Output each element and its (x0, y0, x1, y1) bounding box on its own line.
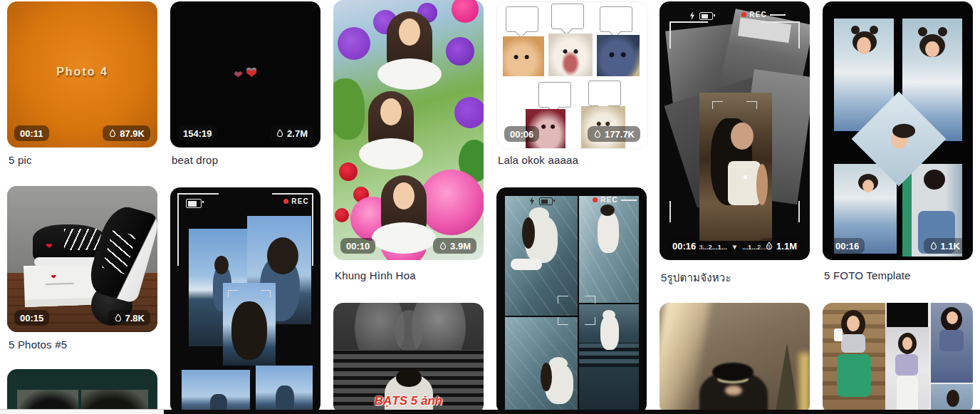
duration-badge: 00:11 (14, 125, 49, 141)
template-title[interactable]: 5รูปตามจังหวะ (661, 269, 814, 286)
template-card-5-pic[interactable]: Photo 4 00:11 87.9K (7, 1, 157, 148)
template-card-blurry-hat[interactable] (660, 303, 810, 414)
speech-bubble (600, 6, 632, 32)
girl-hair (924, 170, 945, 190)
black-strip (887, 303, 928, 327)
template-card-partial-green[interactable] (7, 369, 157, 410)
cat-photo (597, 35, 640, 76)
person-head (396, 368, 422, 387)
photo-thumb (17, 390, 78, 410)
template-title[interactable]: Lala okok aaaaa (498, 154, 651, 166)
usage-badge: 2.7M (270, 125, 313, 141)
rec-dot-icon (283, 199, 288, 204)
template-gallery: Photo 4 00:11 87.9K 5 pic ❤ ❤ 00:15 7.8K… (0, 0, 980, 414)
white-skirt (897, 376, 918, 414)
focus-bracket-icon (585, 317, 595, 325)
flame-icon (114, 314, 123, 322)
red-rose (335, 208, 349, 222)
coffee-cup (834, 328, 843, 341)
green-foliage (333, 78, 365, 140)
girl-face (925, 41, 939, 57)
viewfinder-corner-icon (669, 21, 708, 48)
battery-fill (188, 201, 197, 207)
template-card-khung-hinh-hoa[interactable]: 00:10 3.9M (333, 0, 484, 260)
hair-bun (938, 27, 947, 36)
template-card-beat-drop[interactable]: ❤ ❤ 154:19 2.7M (170, 1, 320, 148)
light-flare (799, 353, 810, 414)
duration-badge: 00:06 (504, 126, 539, 142)
usage-badge: 7.8K (108, 310, 150, 326)
speech-bubble (551, 4, 584, 29)
building-photo (505, 317, 578, 414)
template-card-5-photo-beat[interactable]: REC 3...2...1... ▼ ...1...2...3 00:16 1.… (660, 1, 810, 260)
template-card-building-rec[interactable]: REC (496, 187, 647, 414)
battery-icon (539, 197, 553, 205)
template-title[interactable]: 5 pic (9, 154, 162, 166)
rec-label: REC (600, 196, 618, 204)
heart-logo-icon: ❤ (51, 274, 56, 281)
template-card-lala-okok[interactable]: 00:06 177.7K (496, 1, 648, 149)
usage-count: 177.7K (605, 129, 635, 140)
flash-icon (689, 11, 695, 20)
speech-bubble (538, 82, 571, 108)
duration-badge: 154:19 (177, 125, 217, 141)
bottom-dark-bar (164, 410, 980, 414)
girl-hair (947, 390, 959, 407)
duration-text: 00:16 (672, 241, 696, 252)
duration-text: 00:11 (20, 128, 43, 139)
girl-arm (756, 164, 768, 205)
template-card-collage-partial[interactable] (823, 303, 973, 414)
flame-icon (593, 130, 602, 138)
beach-photo-center (223, 283, 276, 366)
pink-rose (452, 0, 479, 23)
laces (64, 229, 101, 250)
usage-badge: 1.1M (759, 238, 803, 254)
hair-bun (851, 26, 860, 34)
template-card-5-photos-5[interactable]: ❤ ❤ 00:15 7.8K (7, 186, 157, 332)
portrait-photo (377, 175, 430, 254)
photo-thumb (81, 390, 148, 410)
girl-face (902, 337, 912, 350)
arch-decoration (395, 310, 423, 353)
decor (744, 175, 747, 179)
girl-hair (600, 205, 615, 216)
rec-dot-icon (741, 12, 746, 17)
girl-photo (885, 327, 929, 414)
girl-white-outfit (600, 316, 619, 350)
frame-tick (669, 201, 671, 222)
card-caption: BẠTS 5 ảnh (333, 394, 484, 408)
girl-face (847, 316, 860, 331)
blue-top (939, 330, 964, 351)
beach-photo (256, 366, 313, 414)
duration-text: 00:16 (835, 241, 859, 252)
template-title[interactable]: Khung Hình Hoa (335, 269, 488, 281)
usage-badge: 3.9M (433, 238, 476, 254)
girl-hair (522, 217, 535, 249)
countdown-marker-icon: ▼ (731, 243, 738, 251)
duration-text: 00:10 (346, 241, 370, 252)
green-pants (837, 354, 871, 397)
focus-bracket-icon (558, 296, 568, 304)
girl-photo (931, 303, 973, 383)
focus-bracket-icon (228, 290, 238, 297)
duration-text: 154:19 (183, 128, 212, 139)
template-card-beach-rec[interactable]: REC (170, 187, 320, 414)
spire-silhouette (775, 343, 799, 414)
usage-badge: 1.1K (924, 238, 966, 254)
rec-indicator: REC (741, 11, 786, 19)
template-card-5-foto[interactable]: 00:16 1.1K (823, 1, 973, 260)
shoe (511, 259, 542, 270)
duration-badge: 00:16 (830, 238, 865, 254)
rec-indicator: REC (593, 196, 637, 204)
usage-count: 7.8K (125, 313, 145, 324)
focus-bracket-icon (261, 290, 271, 297)
girl-face (862, 180, 874, 192)
usage-count: 87.9K (120, 128, 145, 139)
template-title[interactable]: beat drop (172, 154, 325, 166)
cat-photo (548, 33, 593, 76)
building-photo (579, 196, 639, 303)
girl-hair (541, 363, 552, 391)
template-title[interactable]: 5 FOTO Template (824, 269, 977, 281)
template-card-bats-5-anh[interactable]: BẠTS 5 ảnh (333, 303, 484, 414)
template-title[interactable]: 5 Photos #5 (9, 338, 162, 351)
